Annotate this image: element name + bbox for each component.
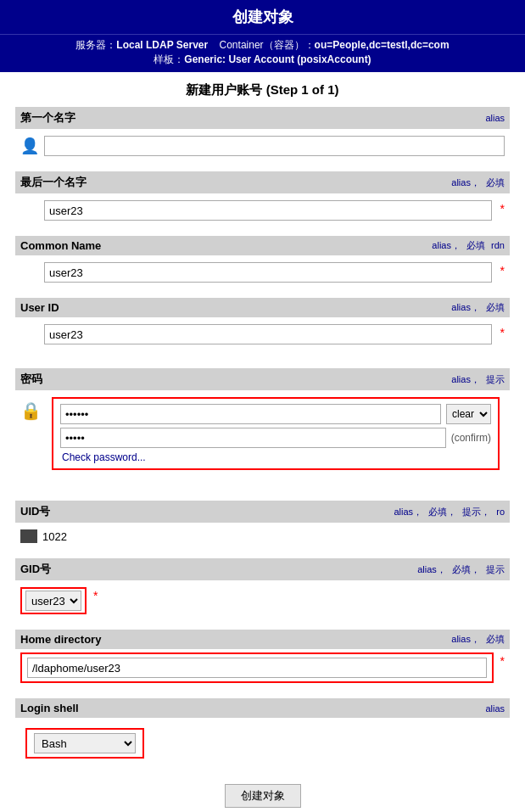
common-name-links: alias， 必填 rdn [428, 239, 505, 252]
loginshell-label: Login shell [20, 702, 79, 714]
gid-box: user23 [20, 587, 87, 614]
homedir-required-star: * [500, 652, 505, 668]
first-name-input[interactable] [44, 136, 505, 156]
password-box: clear md5 sha (confirm) Check password..… [52, 397, 500, 470]
last-name-required-link[interactable]: 必填 [486, 177, 505, 188]
homedir-label: Home directory [20, 633, 101, 646]
server-value: Local LDAP Server [116, 39, 208, 51]
homedir-required-link[interactable]: 必填 [486, 634, 505, 644]
loginshell-alias-link[interactable]: alias [485, 703, 505, 714]
gid-links: alias， 必填， 提示 [414, 563, 505, 576]
first-name-label: 第一个名字 [20, 110, 75, 126]
common-name-required-star: * [500, 262, 505, 277]
common-name-required-link[interactable]: 必填 [466, 240, 485, 250]
user-id-input[interactable] [44, 324, 492, 344]
loginshell-links: alias [482, 703, 505, 714]
homedir-input[interactable] [27, 658, 487, 678]
computer-icon [20, 529, 37, 543]
uid-header: UID号 alias， 必填， 提示， ro [15, 501, 510, 523]
common-name-label: Common Name [20, 239, 101, 252]
common-name-row: * [15, 259, 510, 289]
uid-label: UID号 [20, 504, 50, 519]
user-id-links: alias， 必填 [448, 301, 505, 314]
gid-label: GID号 [20, 562, 51, 577]
gid-alias-link[interactable]: alias [417, 564, 437, 574]
uid-links: alias， 必填， 提示， ro [390, 506, 505, 518]
step-title: 新建用户账号 (Step 1 of 1) [0, 72, 525, 107]
user-id-header: User ID alias， 必填 [15, 298, 510, 317]
password-confirm-row: (confirm) [60, 428, 491, 448]
password-label: 密码 [20, 372, 42, 387]
first-name-alias-link[interactable]: alias [485, 113, 505, 123]
template-label: 样板： [154, 53, 184, 65]
last-name-row: * [15, 197, 510, 227]
first-name-header: 第一个名字 alias [15, 107, 510, 129]
password-links: alias， 提示 [448, 373, 505, 386]
lock-icon: 🔒 [20, 400, 42, 421]
password-hint-link[interactable]: 提示 [486, 374, 505, 384]
container-value: ou=People,dc=testl,dc=com [315, 39, 450, 51]
gid-hint-link[interactable]: 提示 [486, 564, 505, 574]
submit-button[interactable]: 创建对象 [225, 784, 301, 808]
confirm-label: (confirm) [451, 432, 491, 444]
server-label: 服务器： [75, 39, 116, 51]
last-name-header: 最后一个名字 alias， 必填 [15, 171, 510, 193]
common-name-header: Common Name alias， 必填 rdn [15, 236, 510, 255]
clear-btn-wrap: clear md5 sha [446, 404, 491, 424]
uid-alias-link[interactable]: alias [394, 507, 413, 517]
gid-required-link[interactable]: 必填 [452, 564, 471, 574]
last-name-label: 最后一个名字 [20, 175, 87, 190]
uid-hint-link[interactable]: 提示 [462, 507, 481, 517]
password-section: 🔒 clear md5 sha (confirm) Check password… [15, 394, 510, 484]
password-alias-link[interactable]: alias [451, 374, 471, 384]
homedir-links: alias， 必填 [448, 633, 505, 646]
form-section: 第一个名字 alias 👤 最后一个名字 alias， 必填 * Common … [15, 107, 510, 772]
user-id-alias-link[interactable]: alias [451, 302, 471, 312]
submit-row: 创建对象 [0, 772, 525, 812]
uid-value: 1022 [42, 530, 67, 543]
person-icon: 👤 [20, 137, 39, 155]
uid-row: 1022 [15, 526, 510, 550]
password-main-row: clear md5 sha [60, 404, 491, 424]
loginshell-header: Login shell alias [15, 698, 510, 718]
user-id-required-link[interactable]: 必填 [486, 302, 505, 312]
template-value: Generic: User Account (posixAccount) [184, 53, 371, 65]
last-name-required-star: * [500, 200, 505, 216]
check-password-link[interactable]: Check password... [60, 451, 491, 463]
homedir-row: * [15, 652, 510, 690]
loginshell-box: Bash /bin/sh /bin/bash /bin/csh [25, 728, 144, 759]
common-name-alias-link[interactable]: alias [432, 240, 451, 250]
first-name-links: alias [482, 113, 505, 123]
homedir-header: Home directory alias， 必填 [15, 630, 510, 649]
password-input[interactable] [60, 404, 441, 424]
gid-header: GID号 alias， 必填， 提示 [15, 558, 510, 580]
user-id-required-star: * [500, 324, 505, 339]
user-id-label: User ID [20, 301, 59, 314]
gid-select[interactable]: user23 [25, 591, 81, 611]
container-label: Container（容器）： [220, 39, 315, 51]
password-confirm-input[interactable] [60, 428, 446, 448]
last-name-alias-link[interactable]: alias [451, 177, 471, 188]
gid-required-star: * [93, 587, 98, 602]
homedir-box [20, 652, 494, 683]
password-header: 密码 alias， 提示 [15, 368, 510, 390]
last-name-links: alias， 必填 [448, 176, 505, 189]
user-id-row: * [15, 321, 510, 351]
clear-select[interactable]: clear md5 sha [446, 404, 491, 424]
uid-ro-link[interactable]: ro [496, 507, 505, 517]
common-name-input[interactable] [44, 262, 492, 283]
first-name-row: 👤 [15, 132, 510, 163]
homedir-alias-link[interactable]: alias [451, 634, 471, 644]
uid-required-link[interactable]: 必填 [428, 507, 447, 517]
last-name-input[interactable] [44, 200, 492, 221]
server-info: 服务器：Local LDAP Server Container（容器）：ou=P… [0, 34, 525, 72]
loginshell-row: Bash /bin/sh /bin/bash /bin/csh [15, 721, 510, 772]
common-name-rdn-link[interactable]: rdn [491, 240, 505, 250]
page-title: 创建对象 [0, 0, 525, 34]
gid-row: user23 * [15, 584, 510, 621]
loginshell-select[interactable]: Bash /bin/sh /bin/bash /bin/csh [34, 733, 136, 753]
